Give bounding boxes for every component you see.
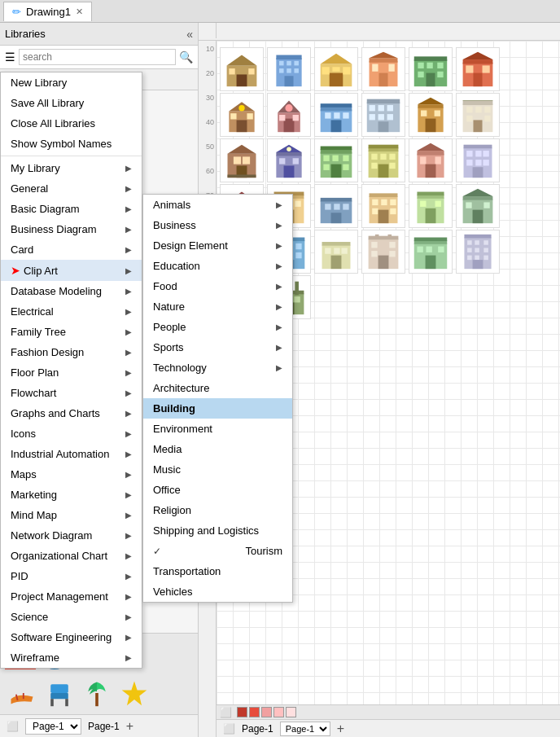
building-cell-13[interactable]: [220, 138, 264, 182]
building-cell-16[interactable]: [361, 138, 405, 182]
submenu-people[interactable]: People ▶: [143, 317, 292, 337]
menu-new-library[interactable]: New Library: [1, 72, 142, 93]
submenu-tourism[interactable]: ✓ Tourism: [143, 541, 292, 561]
menu-marketing[interactable]: Marketing ▶: [1, 485, 142, 505]
menu-graphs-charts[interactable]: Graphs and Charts ▶: [1, 403, 142, 423]
menu-icons[interactable]: Icons ▶: [1, 423, 142, 444]
submenu-sports[interactable]: Sports ▶: [143, 337, 292, 358]
color-swatch-lightest-pink[interactable]: [286, 707, 296, 717]
page-select[interactable]: Page-1: [25, 718, 81, 735]
menu-database-modeling[interactable]: Database Modeling ▶: [1, 281, 142, 301]
drawing-tab[interactable]: ✏ Drawing1 ✕: [3, 2, 92, 21]
menu-family-tree[interactable]: Family Tree ▶: [1, 322, 142, 342]
menu-basic-diagram[interactable]: Basic Diagram ▶: [1, 199, 142, 219]
svg-rect-35: [372, 64, 378, 72]
menu-pid[interactable]: PID ▶: [1, 566, 142, 586]
menu-science[interactable]: Science ▶: [1, 607, 142, 627]
menu-mind-map[interactable]: Mind Map ▶: [1, 505, 142, 525]
thumb-chair[interactable]: [42, 676, 77, 710]
submenu-architecture[interactable]: Architecture: [143, 378, 292, 398]
submenu-nature[interactable]: Nature ▶: [143, 296, 292, 317]
canvas-add-page[interactable]: +: [337, 722, 344, 736]
building-cell-29[interactable]: [409, 230, 453, 274]
building-cell-15[interactable]: [314, 138, 358, 182]
building-cell-27[interactable]: [314, 230, 358, 274]
menu-my-library[interactable]: My Library ▶: [1, 158, 142, 178]
building-cell-22[interactable]: [361, 184, 405, 228]
building-cell-24[interactable]: [456, 184, 500, 228]
submenu-building[interactable]: Building: [143, 398, 292, 419]
menu-clip-art[interactable]: ➤ Clip Art ▶: [1, 260, 142, 281]
building-cell-18[interactable]: [456, 138, 500, 182]
color-swatch-pink[interactable]: [261, 707, 272, 717]
submenu-office[interactable]: Office: [143, 480, 292, 500]
color-swatch-light-pink[interactable]: [273, 707, 284, 717]
building-cell-9[interactable]: [314, 93, 358, 137]
menu-business-diagram[interactable]: Business Diagram ▶: [1, 219, 142, 239]
menu-card[interactable]: Card ▶: [1, 239, 142, 260]
menu-flowchart[interactable]: Flowchart ▶: [1, 383, 142, 403]
building-cell-23[interactable]: [409, 184, 453, 228]
menu-electrical[interactable]: Electrical ▶: [1, 301, 142, 322]
menu-show-names[interactable]: Show Symbol Names: [1, 134, 142, 154]
building-cell-6[interactable]: [456, 47, 500, 91]
color-swatch-red-dark[interactable]: [237, 707, 247, 717]
svg-rect-30: [343, 67, 350, 74]
building-cell-11[interactable]: [409, 93, 453, 137]
menu-network-diagram[interactable]: Network Diagram ▶: [1, 525, 142, 546]
submenu-animals[interactable]: Animals ▶: [143, 195, 292, 215]
collapse-icon[interactable]: «: [186, 28, 193, 41]
building-cell-2[interactable]: [267, 47, 311, 91]
submenu-religion[interactable]: Religion: [143, 500, 292, 520]
building-cell-5[interactable]: [409, 47, 453, 91]
add-page-button[interactable]: +: [126, 719, 133, 734]
building-cell-28[interactable]: [361, 230, 405, 274]
building-cell-1[interactable]: [220, 47, 264, 91]
submenu-food[interactable]: Food ▶: [143, 276, 292, 296]
building-cell-10[interactable]: [361, 93, 405, 137]
building-cell-14[interactable]: [267, 138, 311, 182]
submenu-transportation[interactable]: Transportation: [143, 561, 292, 581]
building-cell-3[interactable]: [314, 47, 358, 91]
menu-floor-plan[interactable]: Floor Plan ▶: [1, 362, 142, 383]
submenu-education[interactable]: Education ▶: [143, 256, 292, 276]
menu-icon[interactable]: ☰: [5, 50, 15, 64]
search-input[interactable]: [19, 49, 176, 65]
submenu-media[interactable]: Media: [143, 439, 292, 459]
menu-fashion-design[interactable]: Fashion Design ▶: [1, 342, 142, 362]
color-tool-icon[interactable]: ⬜: [220, 707, 232, 718]
color-swatch-red[interactable]: [249, 707, 260, 717]
svg-rect-200: [331, 256, 342, 270]
people-arrow: ▶: [276, 322, 282, 331]
submenu-vehicles[interactable]: Vehicles: [143, 581, 292, 602]
menu-general[interactable]: General ▶: [1, 178, 142, 199]
submenu-environment[interactable]: Environment: [143, 419, 292, 439]
submenu-design-element[interactable]: Design Element ▶: [143, 235, 292, 256]
canvas-page-select[interactable]: Page-1: [280, 722, 330, 736]
building-cell-7[interactable]: [220, 93, 264, 137]
close-tab-icon[interactable]: ✕: [76, 7, 83, 17]
submenu-business[interactable]: Business ▶: [143, 215, 292, 235]
building-cell-30[interactable]: [456, 230, 500, 274]
menu-org-chart[interactable]: Organizational Chart ▶: [1, 546, 142, 566]
submenu-music[interactable]: Music: [143, 459, 292, 480]
building-cell-17[interactable]: [409, 138, 453, 182]
menu-wireframe[interactable]: Wireframe ▶: [1, 647, 142, 668]
thumb-palm[interactable]: [80, 676, 114, 710]
new-library-label: New Library: [11, 77, 67, 89]
menu-save-all[interactable]: Save All Library: [1, 93, 142, 113]
submenu-technology[interactable]: Technology ▶: [143, 358, 292, 378]
building-cell-8[interactable]: [267, 93, 311, 137]
menu-close-all[interactable]: Close All Libraries: [1, 113, 142, 134]
building-cell-4[interactable]: [361, 47, 405, 91]
menu-project-mgmt[interactable]: Project Management ▶: [1, 586, 142, 607]
building-cell-21[interactable]: [314, 184, 358, 228]
menu-maps[interactable]: Maps ▶: [1, 464, 142, 485]
menu-industrial[interactable]: Industrial Automation ▶: [1, 444, 142, 464]
thumb-sandal[interactable]: [5, 676, 39, 710]
search-button[interactable]: 🔍: [179, 50, 193, 64]
thumb-star[interactable]: [117, 676, 151, 710]
submenu-shipping[interactable]: Shipping and Logistics: [143, 520, 292, 541]
menu-software-eng[interactable]: Software Engineering ▶: [1, 627, 142, 647]
building-cell-12[interactable]: [456, 93, 500, 137]
